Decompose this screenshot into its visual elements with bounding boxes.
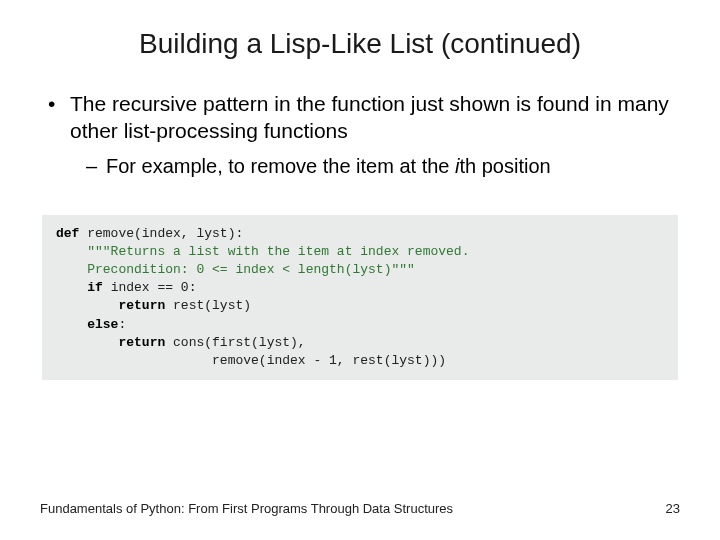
code-indent — [56, 298, 118, 313]
kw-else: else — [87, 317, 118, 332]
docstring-line: Precondition: 0 <= index < length(lyst)"… — [56, 262, 415, 277]
code-indent — [56, 335, 118, 350]
bullet2-text-post: th position — [460, 155, 551, 177]
slide-body: The recursive pattern in the function ju… — [40, 90, 680, 179]
kw-if: if — [87, 280, 103, 295]
code-block: def remove(index, lyst): """Returns a li… — [42, 215, 678, 381]
code-text: rest(lyst) — [165, 298, 251, 313]
footer-text: Fundamentals of Python: From First Progr… — [40, 501, 453, 516]
code-text: cons(first(lyst), — [165, 335, 305, 350]
kw-return: return — [118, 298, 165, 313]
kw-def: def — [56, 226, 79, 241]
bullet-level1: The recursive pattern in the function ju… — [48, 90, 680, 145]
code-text: remove(index - 1, rest(lyst))) — [56, 353, 446, 368]
bullet-level2: For example, to remove the item at the i… — [86, 153, 680, 179]
code-indent — [56, 280, 87, 295]
page-number: 23 — [666, 501, 680, 516]
code-text: remove(index, lyst): — [79, 226, 243, 241]
slide-title: Building a Lisp-Like List (continued) — [40, 28, 680, 60]
code-indent — [56, 317, 87, 332]
code-text: index == 0: — [103, 280, 197, 295]
kw-return: return — [118, 335, 165, 350]
code-text: : — [118, 317, 126, 332]
bullet2-text-pre: For example, to remove the item at the — [106, 155, 455, 177]
docstring-line: """Returns a list with the item at index… — [56, 244, 469, 259]
